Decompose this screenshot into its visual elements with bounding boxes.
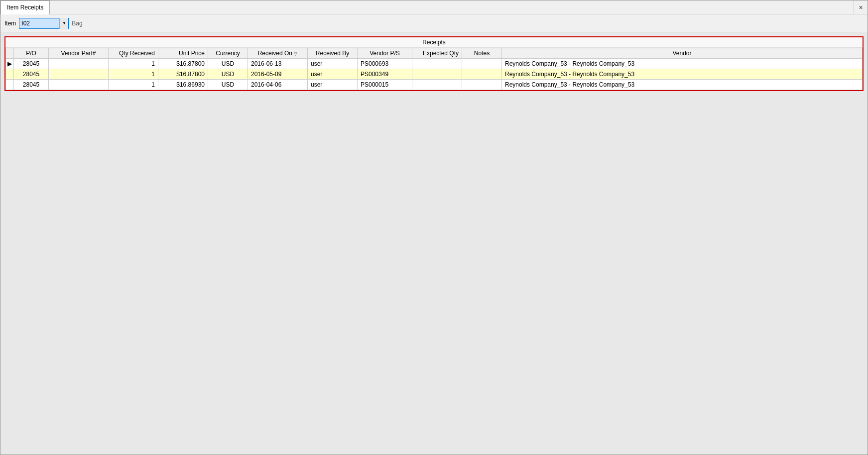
cell-vendor-part [49,59,109,69]
col-header-vendor-ps[interactable]: Vendor P/S [358,48,412,59]
cell-unit-price: $16.86930 [158,80,208,90]
table-row[interactable]: 280451$16.87800USD2016-05-09userPS000349… [6,69,863,80]
cell-currency: USD [208,59,248,69]
cell-expected-qty [412,69,462,80]
main-window: Item Receipts × Item ▼ Bag Receipts P/O … [0,0,868,455]
cell-received-on: 2016-05-09 [248,69,308,80]
receipts-title: Receipts [5,37,863,48]
window-title: Item Receipts [7,4,43,11]
row-indicator-cell [6,69,14,80]
cell-received-by: user [308,69,358,80]
cell-unit-price: $16.87800 [158,69,208,80]
cell-vendor: Reynolds Company_53 - Reynolds Company_5… [502,69,863,80]
item-select-container[interactable]: ▼ [19,18,69,29]
toolbar: Item ▼ Bag [0,14,868,32]
dropdown-arrow-icon: ▼ [62,21,66,25]
col-header-expected-qty[interactable]: Expected Qty [412,48,462,59]
cell-received-by: user [308,80,358,90]
cell-received-on: 2016-04-06 [248,80,308,90]
col-header-received-on[interactable]: Received On ▽ [248,48,308,59]
col-header-currency[interactable]: Currency [208,48,248,59]
cell-qty-received: 1 [109,69,158,80]
col-header-vendor[interactable]: Vendor [502,48,863,59]
cell-vendor-part [49,80,109,90]
col-header-notes[interactable]: Notes [462,48,502,59]
cell-vendor: Reynolds Company_53 - Reynolds Company_5… [502,59,863,69]
title-bar: Item Receipts × [0,0,868,14]
cell-vendor: Reynolds Company_53 - Reynolds Company_5… [502,80,863,90]
cell-vendor-ps: PS000349 [358,69,412,80]
receipts-table: P/O Vendor Part# Qty Received Unit Price… [5,48,863,90]
col-header-indicator [6,48,14,59]
bag-link[interactable]: Bag [72,20,82,27]
cell-unit-price: $16.87800 [158,59,208,69]
cell-po: 28045 [14,69,49,80]
cell-currency: USD [208,80,248,90]
cell-currency: USD [208,69,248,80]
cell-po: 28045 [14,59,49,69]
cell-vendor-ps: PS000015 [358,80,412,90]
cell-qty-received: 1 [109,80,158,90]
cell-expected-qty [412,80,462,90]
table-row[interactable]: 280451$16.86930USD2016-04-06userPS000015… [6,80,863,90]
col-header-po[interactable]: P/O [14,48,49,59]
cell-po: 28045 [14,80,49,90]
cell-received-by: user [308,59,358,69]
col-header-unit-price[interactable]: Unit Price [158,48,208,59]
close-button[interactable]: × [854,0,868,14]
col-header-vendor-part[interactable]: Vendor Part# [49,48,109,59]
close-icon: × [859,3,863,11]
sort-icon: ▽ [294,51,297,56]
col-header-received-by[interactable]: Received By [308,48,358,59]
cell-received-on: 2016-06-13 [248,59,308,69]
item-input[interactable] [19,20,59,27]
row-indicator-cell [6,80,14,90]
table-row[interactable]: ▶280451$16.87800USD2016-06-13userPS00069… [6,59,863,69]
cell-notes [462,80,502,90]
cell-qty-received: 1 [109,59,158,69]
item-dropdown-button[interactable]: ▼ [59,18,68,29]
window-tab[interactable]: Item Receipts [0,0,50,14]
cell-vendor-ps: PS000693 [358,59,412,69]
content-area: Receipts P/O Vendor Part# Qty Received U… [0,32,868,455]
receipts-section: Receipts P/O Vendor Part# Qty Received U… [4,36,864,91]
row-indicator-cell: ▶ [6,59,14,69]
cell-expected-qty [412,59,462,69]
item-label: Item [4,20,16,27]
cell-notes [462,59,502,69]
cell-vendor-part [49,69,109,80]
cell-notes [462,69,502,80]
col-header-qty-received[interactable]: Qty Received [109,48,158,59]
